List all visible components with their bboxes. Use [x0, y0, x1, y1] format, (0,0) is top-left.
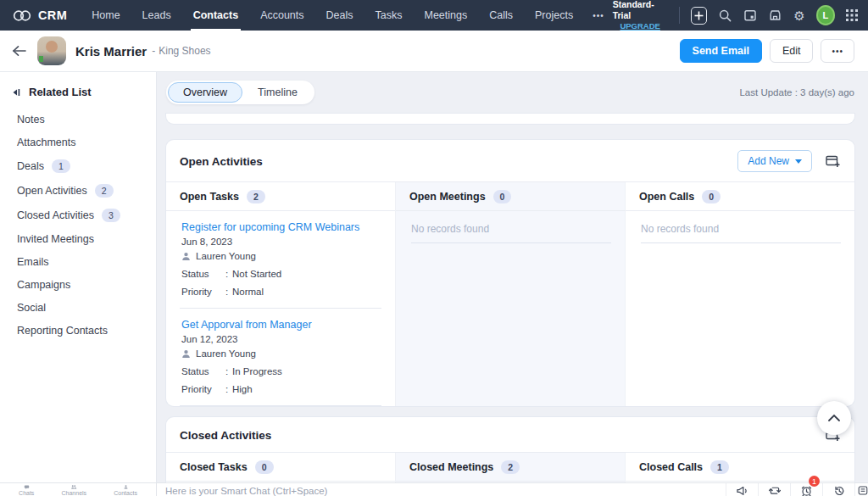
channels-dock-item[interactable]: Channels: [62, 485, 87, 496]
top-navigation-bar: CRM Home Leads Contacts Accounts Deals T…: [0, 0, 868, 31]
open-meetings-column: Open Meetings 0 No records found: [395, 182, 625, 406]
sidebar-item-campaigns[interactable]: Campaigns: [0, 273, 156, 296]
sidebar-item-deals[interactable]: Deals1: [0, 153, 156, 178]
sidebar-item-reporting-contacts[interactable]: Reporting Contacts: [0, 319, 156, 342]
open-calls-count-badge: 0: [702, 190, 721, 203]
more-tools-icon[interactable]: [854, 483, 868, 496]
add-new-button[interactable]: Add New: [737, 150, 812, 172]
nav-item-projects[interactable]: Projects: [524, 0, 584, 31]
sidebar-item-label: Notes: [17, 114, 45, 125]
sidebar-item-notes[interactable]: Notes: [0, 108, 156, 131]
calendar-icon[interactable]: [743, 8, 757, 22]
chat-bubble-icon: [21, 485, 32, 489]
sidebar-item-open-activities[interactable]: Open Activities2: [0, 178, 156, 203]
zoho-crm-logo[interactable]: CRM: [12, 8, 67, 22]
task-date: Jun 8, 2023: [181, 237, 381, 247]
sidebar-item-closed-activities[interactable]: Closed Activities3: [0, 203, 156, 227]
task-owner-row: Lauren Young: [181, 348, 381, 359]
no-records-text: No records found: [626, 211, 854, 242]
reminders-alarm-icon[interactable]: 1: [790, 483, 822, 496]
chats-dock-item[interactable]: Chats: [19, 485, 34, 496]
closed-calls-header: Closed Calls 1: [626, 453, 854, 482]
zoho-logo-icon: [12, 9, 32, 22]
recent-history-icon[interactable]: [822, 483, 854, 496]
open-tasks-header: Open Tasks 2: [166, 182, 395, 211]
open-activities-columns: Open Tasks 2 Register for upcoming CRM W…: [166, 181, 854, 406]
send-email-button[interactable]: Send Email: [680, 39, 762, 63]
back-arrow-icon[interactable]: [12, 45, 27, 57]
contacts-person-icon: [121, 485, 131, 489]
avatar-photo-detail: [46, 41, 58, 53]
sidebar-item-emails[interactable]: Emails: [0, 250, 156, 273]
nav-item-contacts[interactable]: Contacts: [182, 0, 249, 31]
colon: :: [225, 269, 232, 279]
open-tasks-body: Register for upcoming CRM Webinars Jun 8…: [166, 211, 395, 406]
user-avatar[interactable]: L: [816, 5, 835, 25]
nav-item-meetings[interactable]: Meetings: [413, 0, 478, 31]
nav-item-leads[interactable]: Leads: [131, 0, 182, 31]
nav-item-accounts[interactable]: Accounts: [249, 0, 314, 31]
announcements-megaphone-icon[interactable]: [726, 483, 758, 496]
channels-people-icon: [68, 485, 80, 489]
closed-calls-count-badge: 1: [710, 460, 729, 474]
task-title-link[interactable]: Register for upcoming CRM Webinars: [181, 221, 381, 233]
scroll-to-top-button[interactable]: [817, 401, 851, 435]
app-launcher-grid-icon[interactable]: [846, 9, 858, 21]
bottom-chat-bar: Chats Channels Contacts Here is your Sma…: [0, 482, 868, 496]
primary-nav: Home Leads Contacts Accounts Deals Tasks…: [81, 0, 612, 31]
nav-item-home[interactable]: Home: [81, 0, 131, 31]
nav-item-calls[interactable]: Calls: [478, 0, 524, 31]
nav-item-tasks[interactable]: Tasks: [364, 0, 414, 31]
quick-create-button[interactable]: [691, 7, 708, 25]
contact-company: King Shoes: [159, 45, 210, 57]
contacts-dock-item[interactable]: Contacts: [114, 485, 137, 496]
task-status-row: Status : Not Started: [181, 269, 381, 279]
person-icon: [181, 349, 191, 359]
related-list-sidebar: Related List Notes Attachments Deals1 Op…: [0, 72, 157, 496]
marketplace-icon[interactable]: [768, 8, 782, 22]
open-meetings-header: Open Meetings 0: [396, 182, 625, 211]
chat-dock: Chats Channels Contacts: [0, 483, 157, 496]
related-list-header: Related List: [0, 84, 156, 108]
collapse-panel-icon[interactable]: [11, 87, 21, 98]
closed-tasks-count-badge: 0: [255, 460, 274, 474]
priority-value: High: [232, 384, 253, 394]
nav-divider: [679, 7, 680, 24]
task-item: Register for upcoming CRM Webinars Jun 8…: [166, 211, 395, 297]
main-content: Overview Timeline Last Update : 3 day(s)…: [157, 72, 868, 496]
edit-button[interactable]: Edit: [770, 39, 814, 63]
nav-more-button[interactable]: •••: [584, 0, 613, 31]
upgrade-link[interactable]: UPGRADE: [620, 21, 660, 31]
tab-overview[interactable]: Overview: [168, 82, 242, 103]
contacts-label: Contacts: [114, 490, 137, 496]
closed-activities-count-badge: 3: [102, 209, 120, 222]
open-meetings-body: No records found: [396, 211, 625, 406]
task-separator: [180, 405, 381, 406]
search-icon[interactable]: [718, 8, 732, 23]
zoho-crm-contact-page: CRM Home Leads Contacts Accounts Deals T…: [0, 0, 868, 496]
task-item: Get Apporval from Manager Jun 12, 2023 L…: [166, 309, 395, 394]
settings-gear-icon[interactable]: ⚙: [793, 9, 804, 22]
nav-right-cluster: Standard-Trial UPGRADE ⚙ L: [613, 0, 858, 31]
loop-icon[interactable]: [758, 483, 790, 496]
open-activities-card: Open Activities Add New Op: [166, 140, 854, 406]
record-more-button[interactable]: •••: [821, 39, 854, 63]
contact-photo-avatar[interactable]: [37, 36, 66, 65]
sidebar-item-social[interactable]: Social: [0, 296, 156, 319]
nav-item-deals[interactable]: Deals: [315, 0, 364, 31]
sidebar-item-attachments[interactable]: Attachments: [0, 131, 156, 153]
open-activities-header: Open Activities Add New: [166, 140, 854, 181]
open-meetings-count-badge: 0: [493, 190, 512, 203]
task-status-row: Status : In Progress: [181, 366, 381, 376]
colon: :: [225, 384, 232, 394]
sidebar-item-label: Reporting Contacts: [17, 325, 108, 337]
smart-chat-input[interactable]: Here is your Smart Chat (Ctrl+Space): [157, 483, 726, 496]
status-value: Not Started: [232, 269, 281, 279]
sidebar-item-invited-meetings[interactable]: Invited Meetings: [0, 227, 156, 250]
add-panel-icon[interactable]: [825, 153, 841, 169]
sidebar-item-label: Deals: [17, 160, 44, 172]
closed-activities-title: Closed Activities: [180, 429, 271, 442]
open-meetings-title: Open Meetings: [409, 191, 486, 203]
task-title-link[interactable]: Get Apporval from Manager: [181, 319, 381, 331]
tab-timeline[interactable]: Timeline: [242, 82, 313, 103]
